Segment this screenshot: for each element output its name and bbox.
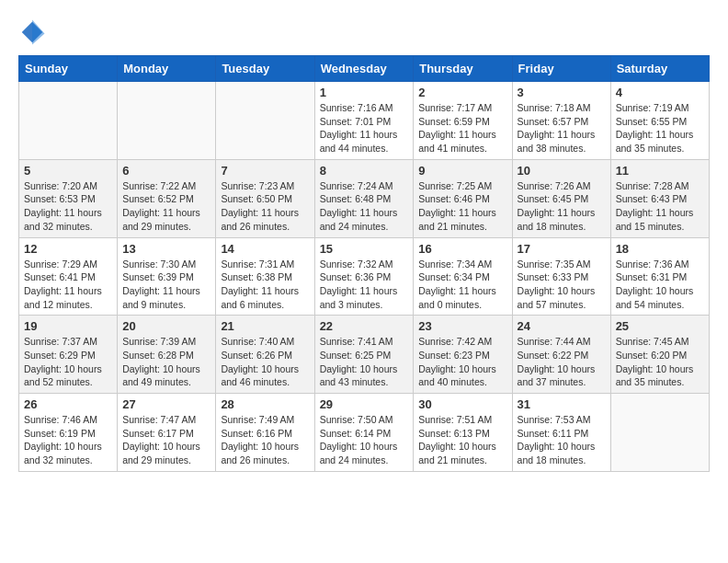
day-info: Sunrise: 7:32 AM Sunset: 6:36 PM Dayligh…: [320, 258, 409, 312]
calendar-week-row: 19Sunrise: 7:37 AM Sunset: 6:29 PM Dayli…: [19, 316, 710, 394]
day-info: Sunrise: 7:30 AM Sunset: 6:39 PM Dayligh…: [122, 258, 210, 312]
day-number: 24: [518, 319, 606, 333]
day-number: 26: [24, 397, 112, 411]
day-info: Sunrise: 7:24 AM Sunset: 6:48 PM Dayligh…: [320, 179, 409, 234]
day-number: 6: [122, 164, 210, 178]
svg-marker-1: [32, 20, 45, 45]
day-info: Sunrise: 7:31 AM Sunset: 6:38 PM Dayligh…: [221, 258, 309, 312]
logo: [18, 18, 50, 46]
calendar-week-row: 5Sunrise: 7:20 AM Sunset: 6:53 PM Daylig…: [19, 159, 710, 237]
calendar-cell: 23Sunrise: 7:42 AM Sunset: 6:23 PM Dayli…: [414, 316, 512, 394]
calendar-cell: 26Sunrise: 7:46 AM Sunset: 6:19 PM Dayli…: [19, 394, 118, 472]
calendar-cell: 16Sunrise: 7:34 AM Sunset: 6:34 PM Dayli…: [414, 237, 512, 316]
calendar-header-sunday: Sunday: [19, 56, 118, 82]
page-header: [18, 18, 710, 46]
day-info: Sunrise: 7:42 AM Sunset: 6:23 PM Dayligh…: [418, 335, 506, 389]
calendar-cell: 12Sunrise: 7:29 AM Sunset: 6:41 PM Dayli…: [19, 237, 118, 316]
calendar-cell: [610, 394, 709, 472]
day-number: 28: [221, 397, 309, 411]
calendar-cell: 10Sunrise: 7:26 AM Sunset: 6:45 PM Dayli…: [512, 159, 610, 237]
day-info: Sunrise: 7:36 AM Sunset: 6:31 PM Dayligh…: [616, 258, 704, 312]
calendar-cell: 31Sunrise: 7:53 AM Sunset: 6:11 PM Dayli…: [512, 394, 610, 472]
day-number: 23: [418, 319, 506, 333]
day-number: 1: [320, 86, 409, 99]
calendar-cell: 8Sunrise: 7:24 AM Sunset: 6:48 PM Daylig…: [314, 159, 414, 237]
calendar-cell: 18Sunrise: 7:36 AM Sunset: 6:31 PM Dayli…: [610, 237, 709, 316]
day-number: 30: [418, 397, 506, 411]
day-info: Sunrise: 7:37 AM Sunset: 6:29 PM Dayligh…: [24, 335, 112, 389]
day-info: Sunrise: 7:17 AM Sunset: 6:59 PM Dayligh…: [418, 101, 506, 155]
day-info: Sunrise: 7:22 AM Sunset: 6:52 PM Dayligh…: [122, 179, 210, 234]
calendar-header-friday: Friday: [512, 56, 610, 82]
calendar-cell: 19Sunrise: 7:37 AM Sunset: 6:29 PM Dayli…: [19, 316, 118, 394]
day-number: 9: [418, 164, 506, 178]
day-info: Sunrise: 7:16 AM Sunset: 7:01 PM Dayligh…: [320, 101, 409, 155]
day-number: 22: [320, 319, 409, 333]
calendar-cell: 14Sunrise: 7:31 AM Sunset: 6:38 PM Dayli…: [216, 237, 314, 316]
calendar-cell: 22Sunrise: 7:41 AM Sunset: 6:25 PM Dayli…: [314, 316, 414, 394]
calendar-week-row: 12Sunrise: 7:29 AM Sunset: 6:41 PM Dayli…: [19, 237, 710, 316]
calendar-table: SundayMondayTuesdayWednesdayThursdayFrid…: [18, 55, 710, 472]
day-info: Sunrise: 7:28 AM Sunset: 6:43 PM Dayligh…: [616, 179, 704, 234]
day-info: Sunrise: 7:23 AM Sunset: 6:50 PM Dayligh…: [221, 179, 309, 234]
calendar-cell: 20Sunrise: 7:39 AM Sunset: 6:28 PM Dayli…: [118, 316, 216, 394]
day-number: 29: [320, 397, 409, 411]
calendar-week-row: 1Sunrise: 7:16 AM Sunset: 7:01 PM Daylig…: [19, 82, 710, 160]
day-number: 27: [122, 397, 210, 411]
calendar-cell: 4Sunrise: 7:19 AM Sunset: 6:55 PM Daylig…: [610, 82, 709, 160]
calendar-cell: 15Sunrise: 7:32 AM Sunset: 6:36 PM Dayli…: [314, 237, 414, 316]
day-info: Sunrise: 7:34 AM Sunset: 6:34 PM Dayligh…: [418, 258, 506, 312]
logo-icon: [18, 18, 46, 46]
calendar-cell: 24Sunrise: 7:44 AM Sunset: 6:22 PM Dayli…: [512, 316, 610, 394]
calendar-cell: 13Sunrise: 7:30 AM Sunset: 6:39 PM Dayli…: [118, 237, 216, 316]
day-number: 21: [221, 319, 309, 333]
calendar-cell: [19, 82, 118, 160]
day-info: Sunrise: 7:35 AM Sunset: 6:33 PM Dayligh…: [518, 258, 606, 312]
day-number: 4: [616, 86, 704, 99]
day-info: Sunrise: 7:50 AM Sunset: 6:14 PM Dayligh…: [320, 413, 409, 467]
calendar-cell: [216, 82, 314, 160]
calendar-header-row: SundayMondayTuesdayWednesdayThursdayFrid…: [19, 56, 710, 82]
day-number: 7: [221, 164, 309, 178]
calendar-header-monday: Monday: [118, 56, 216, 82]
calendar-week-row: 26Sunrise: 7:46 AM Sunset: 6:19 PM Dayli…: [19, 394, 710, 472]
day-info: Sunrise: 7:40 AM Sunset: 6:26 PM Dayligh…: [221, 335, 309, 389]
day-info: Sunrise: 7:41 AM Sunset: 6:25 PM Dayligh…: [320, 335, 409, 389]
calendar-cell: 6Sunrise: 7:22 AM Sunset: 6:52 PM Daylig…: [118, 159, 216, 237]
day-number: 14: [221, 242, 309, 256]
calendar-cell: 21Sunrise: 7:40 AM Sunset: 6:26 PM Dayli…: [216, 316, 314, 394]
day-number: 20: [122, 319, 210, 333]
calendar-header-wednesday: Wednesday: [314, 56, 414, 82]
day-number: 8: [320, 164, 409, 178]
calendar-cell: 7Sunrise: 7:23 AM Sunset: 6:50 PM Daylig…: [216, 159, 314, 237]
day-number: 3: [518, 86, 606, 99]
calendar-cell: 17Sunrise: 7:35 AM Sunset: 6:33 PM Dayli…: [512, 237, 610, 316]
day-number: 11: [616, 164, 704, 178]
calendar-header-saturday: Saturday: [610, 56, 709, 82]
calendar-cell: 5Sunrise: 7:20 AM Sunset: 6:53 PM Daylig…: [19, 159, 118, 237]
calendar-cell: 29Sunrise: 7:50 AM Sunset: 6:14 PM Dayli…: [314, 394, 414, 472]
day-number: 17: [518, 242, 606, 256]
day-info: Sunrise: 7:18 AM Sunset: 6:57 PM Dayligh…: [518, 101, 606, 155]
day-info: Sunrise: 7:29 AM Sunset: 6:41 PM Dayligh…: [24, 258, 112, 312]
calendar-cell: 30Sunrise: 7:51 AM Sunset: 6:13 PM Dayli…: [414, 394, 512, 472]
day-number: 10: [518, 164, 606, 178]
calendar-cell: 3Sunrise: 7:18 AM Sunset: 6:57 PM Daylig…: [512, 82, 610, 160]
day-number: 2: [418, 86, 506, 99]
calendar-cell: 1Sunrise: 7:16 AM Sunset: 7:01 PM Daylig…: [314, 82, 414, 160]
day-number: 5: [24, 164, 112, 178]
day-info: Sunrise: 7:20 AM Sunset: 6:53 PM Dayligh…: [24, 179, 112, 234]
day-info: Sunrise: 7:51 AM Sunset: 6:13 PM Dayligh…: [418, 413, 506, 467]
day-number: 18: [616, 242, 704, 256]
day-info: Sunrise: 7:45 AM Sunset: 6:20 PM Dayligh…: [616, 335, 704, 389]
day-number: 12: [24, 242, 112, 256]
calendar-cell: 28Sunrise: 7:49 AM Sunset: 6:16 PM Dayli…: [216, 394, 314, 472]
day-info: Sunrise: 7:26 AM Sunset: 6:45 PM Dayligh…: [518, 179, 606, 234]
calendar-header-thursday: Thursday: [414, 56, 512, 82]
day-info: Sunrise: 7:39 AM Sunset: 6:28 PM Dayligh…: [122, 335, 210, 389]
day-number: 15: [320, 242, 409, 256]
day-info: Sunrise: 7:44 AM Sunset: 6:22 PM Dayligh…: [518, 335, 606, 389]
calendar-cell: 2Sunrise: 7:17 AM Sunset: 6:59 PM Daylig…: [414, 82, 512, 160]
day-info: Sunrise: 7:19 AM Sunset: 6:55 PM Dayligh…: [616, 101, 704, 155]
day-info: Sunrise: 7:47 AM Sunset: 6:17 PM Dayligh…: [122, 413, 210, 467]
